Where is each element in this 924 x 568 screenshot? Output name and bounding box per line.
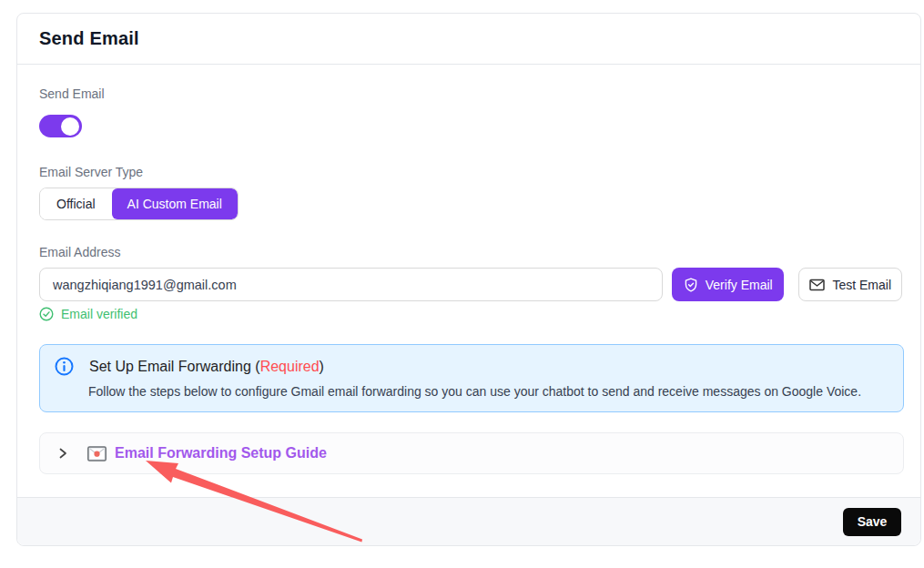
server-type-label: Email Server Type	[39, 165, 902, 179]
email-verified-text: Email verified	[61, 307, 137, 321]
envelope-icon	[809, 279, 825, 291]
card-header: Send Email	[17, 14, 920, 65]
send-email-toggle-label: Send Email	[39, 86, 902, 101]
email-address-input[interactable]	[39, 268, 663, 301]
verify-email-label: Verify Email	[706, 278, 773, 292]
alert-description: Follow the steps below to configure Gmai…	[88, 384, 885, 399]
alert-title-main: Set Up Email Forwarding	[89, 359, 251, 374]
test-email-button[interactable]: Test Email	[798, 268, 902, 301]
test-email-label: Test Email	[832, 278, 891, 292]
card-body: Send Email Email Server Type Official AI…	[17, 65, 920, 474]
email-address-label: Email Address	[39, 245, 902, 259]
forwarding-info-alert: Set Up Email Forwarding (Required) Follo…	[39, 344, 904, 412]
email-forwarding-guide-link[interactable]: Email Forwarding Setup Guide	[115, 445, 327, 462]
card-footer: Save	[17, 497, 920, 545]
chevron-right-icon[interactable]	[56, 447, 69, 460]
alert-required-text: Required	[260, 359, 320, 374]
alert-title: Set Up Email Forwarding (Required)	[89, 359, 324, 375]
save-button[interactable]: Save	[843, 508, 901, 536]
info-circle-icon	[55, 357, 74, 376]
alert-paren-close: )	[320, 359, 324, 374]
toggle-knob	[61, 117, 79, 136]
shield-check-icon	[684, 278, 698, 292]
server-type-option-ai-custom[interactable]: AI Custom Email	[112, 188, 238, 219]
send-email-toggle[interactable]	[39, 115, 82, 137]
email-row: Verify Email Test Email	[39, 268, 902, 301]
server-type-segmented-control: Official AI Custom Email	[39, 188, 239, 220]
email-forwarding-guide-collapse[interactable]: Email Forwarding Setup Guide	[39, 432, 904, 474]
email-emoji-icon	[87, 446, 107, 462]
check-circle-icon	[39, 307, 54, 321]
email-verified-status: Email verified	[39, 307, 902, 321]
server-type-option-official[interactable]: Official	[40, 188, 112, 219]
page-title: Send Email	[39, 28, 139, 49]
send-email-card: Send Email Send Email Email Server Type …	[16, 13, 921, 546]
alert-title-row: Set Up Email Forwarding (Required)	[55, 357, 885, 376]
verify-email-button[interactable]: Verify Email	[672, 268, 784, 301]
